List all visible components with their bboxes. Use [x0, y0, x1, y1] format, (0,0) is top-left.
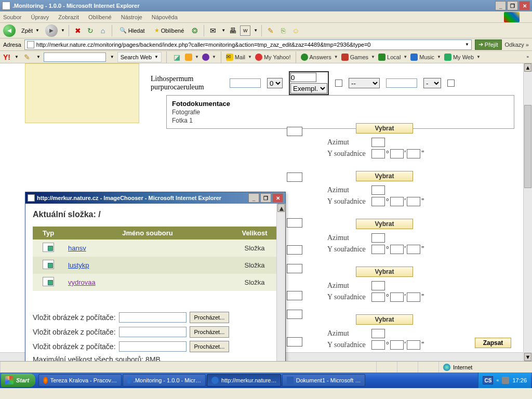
- yahoo-games-button[interactable]: Games▼: [341, 54, 375, 61]
- task-item[interactable]: Dokument1 - Microsoft …: [282, 374, 365, 387]
- mail-dropdown[interactable]: ▼: [221, 28, 225, 33]
- yahoo-local-button[interactable]: Local▼: [378, 54, 407, 61]
- menu-tools[interactable]: Nástroje: [121, 14, 142, 20]
- back-label[interactable]: Zpět▼: [18, 25, 43, 36]
- vybrat-button[interactable]: Vybrat: [356, 219, 413, 229]
- folder-link[interactable]: hansv: [68, 244, 86, 252]
- ycoord-sec-input[interactable]: [407, 340, 420, 350]
- forward-button[interactable]: ►: [45, 24, 58, 37]
- tray-expand-icon[interactable]: «: [496, 378, 499, 383]
- start-button[interactable]: Start: [1, 374, 35, 387]
- home-button[interactable]: ⌂: [98, 25, 108, 36]
- ycoord-min-input[interactable]: [390, 340, 404, 350]
- azimut-input[interactable]: [371, 185, 385, 195]
- popup-blocker-icon[interactable]: ▼: [185, 54, 199, 61]
- species-input-2[interactable]: [386, 78, 417, 88]
- ycoord-sec-input[interactable]: [407, 197, 420, 206]
- browse-button[interactable]: Procházet...: [190, 341, 230, 352]
- species-input-1[interactable]: [230, 78, 261, 88]
- popup-scroll-up[interactable]: ▲: [277, 204, 285, 212]
- species-select-zero[interactable]: 0: [267, 78, 283, 88]
- scroll-up-arrow[interactable]: ▲: [524, 63, 531, 72]
- species-check-2[interactable]: [447, 79, 455, 87]
- yahoo-answers-button[interactable]: Answers▼: [301, 54, 338, 61]
- task-item[interactable]: http://merkur.nature…: [207, 374, 281, 387]
- ycoord-sec-input[interactable]: [407, 245, 420, 254]
- address-input[interactable]: http://merkur.nature.cz/monitoring/pages…: [24, 39, 472, 50]
- task-item[interactable]: Tereza Kralova - Pracov…: [38, 374, 122, 387]
- species-select-dash[interactable]: --: [349, 78, 380, 88]
- upload-file-input[interactable]: [119, 327, 187, 337]
- azimut-input[interactable]: [371, 329, 385, 338]
- maximize-button[interactable]: ❐: [507, 1, 518, 10]
- upload-file-input[interactable]: [119, 341, 187, 352]
- vybrat-button[interactable]: Vybrat: [356, 123, 413, 134]
- discuss-button[interactable]: ✎: [265, 25, 276, 36]
- yahoo-overflow[interactable]: »: [527, 55, 529, 59]
- ycoord-min-input[interactable]: [390, 197, 404, 206]
- spyware-icon[interactable]: ▼: [202, 54, 216, 61]
- popup-minimize-button[interactable]: _: [248, 193, 259, 203]
- research-button[interactable]: ⎘: [278, 25, 288, 36]
- azimut-input[interactable]: [371, 281, 385, 290]
- tray-icon[interactable]: [502, 377, 509, 384]
- ycoord-deg-input[interactable]: [371, 245, 385, 254]
- popup-scrollbar[interactable]: ▲ ▼: [276, 204, 285, 361]
- menu-help[interactable]: Nápověda: [152, 14, 178, 20]
- task-item[interactable]: .Monitoring - 1.0.0 - Micr…: [123, 374, 206, 387]
- language-indicator[interactable]: CS: [483, 376, 493, 384]
- ycoord-deg-input[interactable]: [371, 149, 385, 158]
- close-button[interactable]: ✕: [519, 1, 530, 10]
- zapsat-button[interactable]: Zapsat: [475, 338, 511, 348]
- popup-close-button[interactable]: ✕: [272, 193, 283, 203]
- folder-link[interactable]: lustykp: [68, 261, 89, 269]
- count-unit-select[interactable]: Exempl.: [290, 83, 327, 94]
- address-dropdown[interactable]: ▼: [465, 42, 469, 47]
- ycoord-deg-input[interactable]: [371, 292, 385, 302]
- scroll-thumb[interactable]: [524, 105, 531, 188]
- ycoord-min-input[interactable]: [390, 292, 404, 302]
- browse-button[interactable]: Procházet...: [190, 312, 230, 323]
- azimut-input[interactable]: [371, 138, 385, 147]
- species-select-dash2[interactable]: -: [423, 78, 441, 88]
- refresh-button[interactable]: ↻: [85, 25, 96, 36]
- ycoord-min-input[interactable]: [390, 245, 404, 254]
- yahoo-search-input[interactable]: [44, 52, 106, 62]
- ycoord-deg-input[interactable]: [371, 340, 385, 350]
- minimize-button[interactable]: _: [495, 1, 506, 10]
- edit-button[interactable]: W: [240, 25, 250, 36]
- vybrat-button[interactable]: Vybrat: [356, 267, 413, 277]
- history-button[interactable]: ❂: [190, 25, 200, 36]
- links-label[interactable]: Odkazy »: [505, 42, 529, 48]
- go-button[interactable]: ➔ Přejít: [475, 39, 502, 50]
- yahoo-menu-dropdown[interactable]: ▼: [15, 55, 19, 59]
- azimut-input[interactable]: [371, 233, 385, 243]
- edit-dropdown[interactable]: ▼: [254, 28, 258, 33]
- yahoo-searchweb-button[interactable]: Search Web ▼: [117, 52, 162, 62]
- pencil-icon[interactable]: ✎: [22, 52, 32, 62]
- back-button[interactable]: ◄: [3, 24, 16, 37]
- count-input[interactable]: [290, 73, 316, 82]
- menu-edit[interactable]: Úpravy: [31, 14, 49, 20]
- protect-icon[interactable]: ◪: [171, 52, 182, 62]
- pencil-dropdown[interactable]: ▼: [36, 55, 41, 59]
- yahoo-mail-button[interactable]: ✉Mail▼: [226, 54, 252, 61]
- vertical-scrollbar[interactable]: ▲ ▼: [523, 63, 532, 361]
- species-check-1[interactable]: [335, 79, 342, 87]
- menu-view[interactable]: Zobrazit: [58, 14, 79, 20]
- scroll-down-arrow[interactable]: ▼: [524, 353, 531, 361]
- yahoo-search-dropdown[interactable]: ▼: [110, 55, 114, 59]
- popup-maximize-button[interactable]: ❐: [260, 193, 271, 203]
- ycoord-sec-input[interactable]: [407, 292, 420, 302]
- ycoord-sec-input[interactable]: [407, 149, 420, 158]
- menu-file[interactable]: Soubor: [3, 14, 21, 20]
- favorites-button[interactable]: ★Oblíbené: [151, 25, 188, 36]
- ycoord-min-input[interactable]: [390, 149, 404, 158]
- vybrat-button[interactable]: Vybrat: [356, 171, 413, 181]
- yahoo-myweb-button[interactable]: My Web▼: [444, 54, 481, 61]
- print-button[interactable]: 🖶: [228, 25, 238, 36]
- folder-link[interactable]: vydrovaa: [68, 278, 96, 286]
- browse-button[interactable]: Procházet...: [190, 326, 230, 338]
- forward-dropdown[interactable]: ▼: [61, 28, 65, 33]
- ycoord-deg-input[interactable]: [371, 197, 385, 206]
